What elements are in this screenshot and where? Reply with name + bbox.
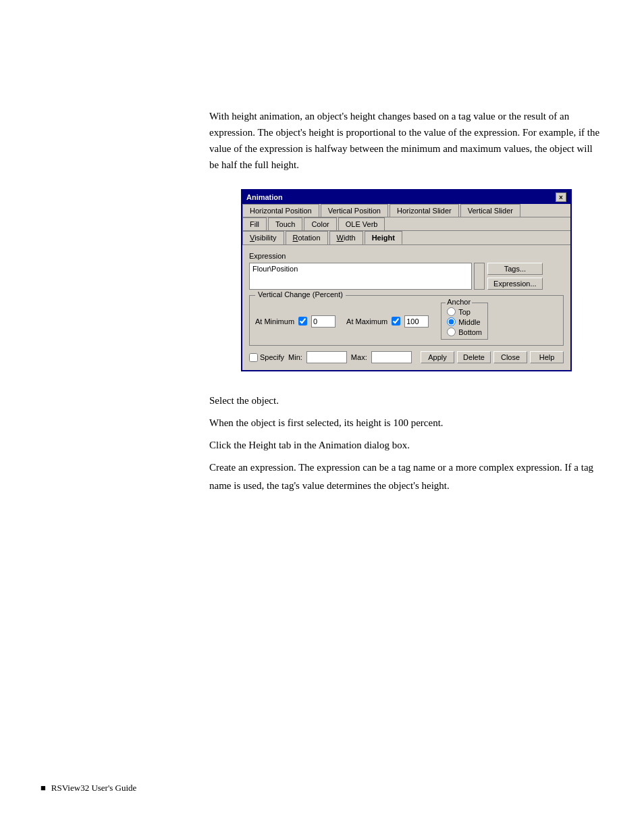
at-minimum-input[interactable] [311,315,336,328]
min-input[interactable] [306,351,347,363]
tab-ole-verb[interactable]: OLE Verb [338,217,385,230]
tags-button[interactable]: Tags... [487,263,543,275]
tab-height[interactable]: Height [365,231,402,244]
intro-paragraph: With height animation, an object's heigh… [209,108,603,173]
dialog-title: Animation [246,193,283,201]
anchor-middle-row: Middle [447,317,482,326]
expression-scrollbar[interactable] [474,263,485,290]
tab-vertical-slider[interactable]: Vertical Slider [460,204,520,217]
at-maximum-checkbox[interactable] [392,317,400,325]
tab-visibility[interactable]: Visibility [242,231,284,244]
dialog-container: Animation × Horizontal Position Vertical… [241,189,572,371]
expr-buttons: Tags... Expression... [487,263,543,290]
anchor-middle-label: Middle [458,318,480,326]
dialog-titlebar: Animation × [242,190,570,204]
footer-bullet: ■ [41,783,46,793]
anchor-top-label: Top [458,308,471,316]
expression-value: Flour\Position [252,265,298,273]
min-label: Min: [288,353,302,361]
step-2: When the object is first selected, its h… [209,414,603,432]
help-button[interactable]: Help [530,351,564,363]
at-minimum-checkbox[interactable] [298,317,307,325]
tab-vertical-position[interactable]: Vertical Position [321,204,388,217]
anchor-group: Anchor Top Middle [441,303,488,340]
at-maximum-label: At Maximum [346,317,387,325]
specify-checkbox[interactable] [249,353,258,362]
step-4: Create an expression. The expression can… [209,459,603,495]
apply-button[interactable]: Apply [421,351,454,363]
footer-text: RSView32 User's Guide [51,783,137,793]
bottom-buttons: Apply Delete Close Help [421,351,564,363]
tab-width[interactable]: Width [329,231,363,244]
tab-horizontal-slider[interactable]: Horizontal Slider [390,204,459,217]
bottom-row: Specify Min: Max: Apply Delete Close Hel… [249,351,564,363]
tabs-row1: Horizontal Position Vertical Position Ho… [242,204,570,217]
tab-rotation[interactable]: Rotation [286,231,328,244]
delete-button[interactable]: Delete [457,351,491,363]
expression-label: Expression [249,252,564,260]
anchor-top-radio[interactable] [447,307,456,316]
tab-touch[interactable]: Touch [268,217,302,230]
dialog-body: Expression Flour\Position Tags... Expres… [242,245,570,370]
animation-dialog: Animation × Horizontal Position Vertical… [241,189,572,371]
expression-input[interactable]: Flour\Position [249,263,472,290]
dialog-close-button[interactable]: × [556,192,566,202]
vertical-change-group: Vertical Change (Percent) At Minimum At … [249,295,564,346]
anchor-top-row: Top [447,307,482,316]
steps-section: Select the object. When the object is fi… [209,392,603,495]
at-minimum-label: At Minimum [255,317,294,325]
tabs-row3: Visibility Rotation Width Height [242,231,570,245]
content-area: With height animation, an object's heigh… [209,108,603,495]
tabs-row2: Fill Touch Color OLE Verb [242,217,570,231]
anchor-bottom-label: Bottom [458,328,482,336]
max-input[interactable] [371,351,412,363]
tab-horizontal-position[interactable]: Horizontal Position [242,204,319,217]
footer: ■ RSView32 User's Guide [41,783,136,793]
vertical-change-content: At Minimum At Maximum Anchor [255,303,558,340]
vertical-change-label: Vertical Change (Percent) [255,290,346,298]
expression-button[interactable]: Expression... [487,278,543,290]
step-3: Click the Height tab in the Animation di… [209,436,603,454]
tab-color[interactable]: Color [304,217,336,230]
at-maximum-input[interactable] [404,315,429,328]
page: With height animation, an object's heigh… [0,0,644,834]
step-1: Select the object. [209,392,603,410]
tab-fill[interactable]: Fill [242,217,267,230]
max-label: Max: [351,353,367,361]
anchor-bottom-row: Bottom [447,328,482,336]
close-button[interactable]: Close [493,351,527,363]
specify-label: Specify [249,353,284,362]
anchor-bottom-radio[interactable] [447,328,456,336]
anchor-legend: Anchor [446,298,472,306]
anchor-middle-radio[interactable] [447,317,456,326]
